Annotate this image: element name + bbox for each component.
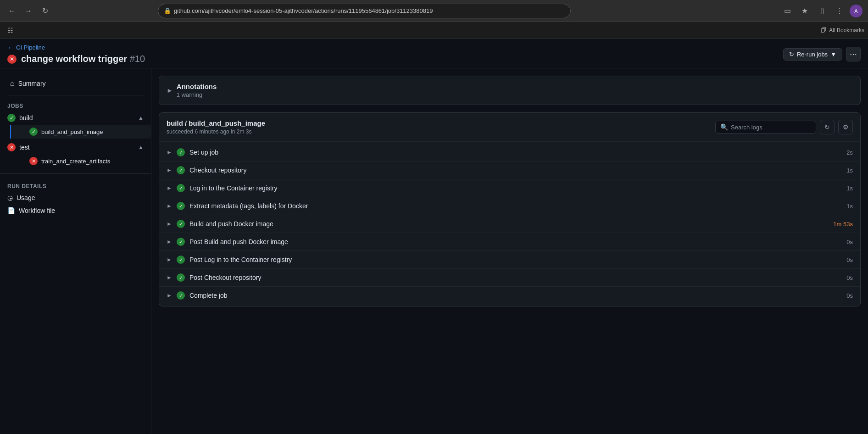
step-item[interactable]: ► ✓ Post Build and push Docker image 0s bbox=[159, 233, 860, 251]
step-item[interactable]: ► ✓ Log in to the Container registry 1s bbox=[159, 179, 860, 197]
step-name: Extract metadata (tags, labels) for Dock… bbox=[189, 202, 308, 210]
step-item[interactable]: ► ✓ Checkout repository 1s bbox=[159, 161, 860, 179]
step-chevron-icon: ► bbox=[167, 292, 172, 299]
build-subitem-label: build_and_push_image bbox=[41, 128, 103, 135]
top-header: ← CI Pipeline ✕ change workflow trigger … bbox=[0, 39, 868, 68]
forward-button[interactable]: → bbox=[22, 5, 35, 17]
clock-icon: ◶ bbox=[7, 194, 13, 201]
back-button[interactable]: ← bbox=[6, 5, 18, 17]
build-success-icon: ✓ bbox=[7, 114, 16, 122]
step-success-icon: ✓ bbox=[177, 238, 185, 246]
step-item[interactable]: ► ✓ Set up job 2s bbox=[159, 144, 860, 161]
workflow-file-label: Workflow file bbox=[19, 207, 55, 214]
annotations-text: Annotations 1 warning bbox=[177, 83, 217, 98]
bookmarks-area: 🗍 All Bookmarks bbox=[821, 27, 864, 33]
header-left: ← CI Pipeline ✕ change workflow trigger … bbox=[7, 44, 145, 64]
step-item[interactable]: ► ✓ Post Checkout repository 0s bbox=[159, 269, 860, 287]
usage-label: Usage bbox=[17, 194, 35, 201]
user-avatar[interactable]: A bbox=[850, 5, 862, 17]
build-title: build / build_and_push_image bbox=[167, 119, 265, 127]
home-icon: ⌂ bbox=[10, 79, 15, 88]
step-chevron-icon: ► bbox=[167, 203, 172, 209]
lock-icon: 🔒 bbox=[164, 7, 171, 14]
step-name: Set up job bbox=[189, 149, 218, 156]
arrow-left-icon: ← bbox=[7, 44, 13, 51]
extensions-icon[interactable]: ▯ bbox=[815, 4, 829, 18]
sidebar-item-train-artifacts[interactable]: ✕ train_and_create_artifacts bbox=[10, 154, 151, 168]
step-name: Complete job bbox=[189, 292, 228, 299]
build-chevron-icon: ▲ bbox=[138, 115, 144, 121]
apps-grid-icon[interactable]: ☷ bbox=[4, 24, 17, 37]
step-success-icon: ✓ bbox=[177, 202, 185, 210]
step-time: 0s bbox=[846, 239, 853, 245]
page-title: change workflow trigger #10 bbox=[21, 54, 145, 64]
url-text: github.com/ajithvcoder/emlo4-session-05-… bbox=[174, 7, 433, 14]
step-item[interactable]: ► ✓ Post Log in to the Container registr… bbox=[159, 251, 860, 269]
step-time: 1s bbox=[846, 203, 853, 210]
search-logs-input[interactable] bbox=[731, 124, 811, 131]
step-time: 1s bbox=[846, 167, 853, 174]
search-box[interactable]: 🔍 bbox=[715, 121, 816, 134]
step-time: 2s bbox=[846, 149, 853, 156]
bookmark-icon: 🗍 bbox=[821, 27, 826, 33]
step-name: Post Checkout repository bbox=[189, 274, 261, 281]
menu-icon[interactable]: ⋮ bbox=[832, 4, 847, 18]
back-link[interactable]: ← CI Pipeline bbox=[7, 44, 145, 51]
step-chevron-icon: ► bbox=[167, 167, 172, 173]
step-list: ► ✓ Set up job 2s ► ✓ Checkout repositor… bbox=[159, 142, 860, 306]
build-job-header[interactable]: ✓ build ▲ bbox=[0, 111, 151, 125]
app-container: ← CI Pipeline ✕ change workflow trigger … bbox=[0, 39, 868, 434]
test-job-header-left: ✕ test bbox=[7, 143, 30, 151]
test-fail-icon: ✕ bbox=[7, 143, 16, 151]
step-chevron-icon: ► bbox=[167, 256, 172, 263]
sidebar-item-workflow-file[interactable]: 📄 Workflow file bbox=[0, 204, 151, 217]
sidebar-item-summary[interactable]: ⌂ Summary bbox=[3, 76, 148, 91]
jobs-section-label: Jobs bbox=[0, 99, 151, 111]
step-chevron-icon: ► bbox=[167, 274, 172, 281]
annotations-title: Annotations bbox=[177, 83, 217, 90]
sidebar-item-usage[interactable]: ◶ Usage bbox=[0, 191, 151, 204]
fail-status-icon: ✕ bbox=[7, 55, 17, 64]
build-subitem-success-icon: ✓ bbox=[29, 128, 38, 136]
step-item[interactable]: ► ✓ Complete job 0s bbox=[159, 287, 860, 304]
step-item[interactable]: ► ✓ Build and push Docker image 1m 53s bbox=[159, 215, 860, 233]
screen-cast-icon[interactable]: ▭ bbox=[780, 4, 795, 18]
step-left: ► ✓ Build and push Docker image bbox=[167, 220, 273, 228]
step-left: ► ✓ Post Checkout repository bbox=[167, 273, 261, 282]
rerun-label: Re-run jobs bbox=[797, 51, 828, 58]
annotations-header[interactable]: ► Annotations 1 warning bbox=[167, 83, 853, 98]
step-time: 1m 53s bbox=[833, 221, 853, 228]
run-details-section: Run details ◶ Usage 📄 Workflow file bbox=[0, 173, 151, 217]
build-card: build / build_and_push_image succeeded 6… bbox=[159, 112, 861, 306]
summary-label: Summary bbox=[18, 80, 46, 87]
build-subtitle: succeeded 6 minutes ago in 2m 3s bbox=[167, 128, 265, 135]
bookmarks-label: All Bookmarks bbox=[829, 27, 864, 33]
step-chevron-icon: ► bbox=[167, 221, 172, 227]
build-job-label: build bbox=[19, 114, 33, 122]
right-panel: ► Annotations 1 warning build / build_an… bbox=[151, 68, 868, 434]
run-number: #10 bbox=[130, 54, 145, 64]
step-name: Build and push Docker image bbox=[189, 220, 273, 228]
rerun-button[interactable]: ↻ Re-run jobs ▼ bbox=[783, 48, 842, 61]
step-name: Post Build and push Docker image bbox=[189, 238, 288, 245]
step-left: ► ✓ Post Build and push Docker image bbox=[167, 238, 288, 246]
step-success-icon: ✓ bbox=[177, 148, 185, 156]
test-job-header[interactable]: ✕ test ▲ bbox=[0, 140, 151, 154]
back-link-label: CI Pipeline bbox=[16, 44, 45, 51]
step-item[interactable]: ► ✓ Extract metadata (tags, labels) for … bbox=[159, 197, 860, 215]
step-success-icon: ✓ bbox=[177, 273, 185, 282]
bookmark-star-icon[interactable]: ★ bbox=[797, 4, 812, 18]
address-bar[interactable]: 🔒 github.com/ajithvcoder/emlo4-session-0… bbox=[158, 4, 571, 18]
refresh-logs-button[interactable]: ↻ bbox=[820, 120, 835, 134]
sidebar-item-build-and-push[interactable]: ✓ build_and_push_image bbox=[10, 125, 151, 139]
page-title-area: ✕ change workflow trigger #10 bbox=[7, 54, 145, 64]
test-subitem-label: train_and_create_artifacts bbox=[41, 158, 110, 165]
reload-button[interactable]: ↻ bbox=[39, 5, 51, 17]
step-left: ► ✓ Set up job bbox=[167, 148, 218, 156]
main-content: ⌂ Summary Jobs ✓ build ▲ ✓ build_and_pus… bbox=[0, 68, 868, 434]
step-left: ► ✓ Complete job bbox=[167, 291, 228, 300]
settings-button[interactable]: ⚙ bbox=[838, 120, 853, 134]
more-options-button[interactable]: ⋯ bbox=[846, 47, 861, 61]
step-chevron-icon: ► bbox=[167, 149, 172, 156]
test-chevron-icon: ▲ bbox=[138, 144, 144, 150]
